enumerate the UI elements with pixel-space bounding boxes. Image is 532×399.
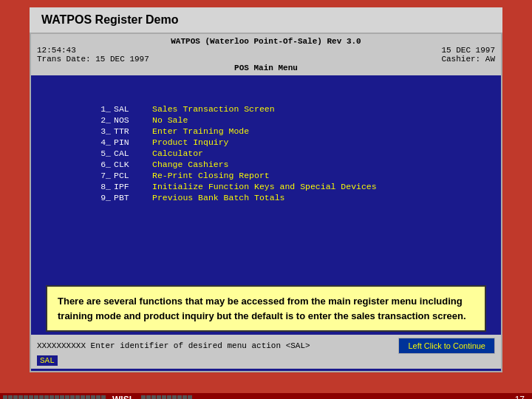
- bar-seg-30: [188, 395, 192, 399]
- bar-seg-23: [151, 395, 156, 399]
- bottom-bar: WISL 17: [0, 393, 532, 399]
- tooltip-box: There are several functions that may be …: [46, 285, 486, 332]
- bar-seg-4: [18, 395, 23, 399]
- blue-content: 1_SALSales Transaction Screen2_NOSNo Sal…: [31, 75, 501, 282]
- bar-seg-12: [60, 395, 64, 399]
- bar-seg-16: [81, 395, 85, 399]
- input-prompt: XXXXXXXXXX Enter identifier of desired m…: [37, 341, 310, 350]
- menu-item-row: 9_PBTPrevious Bank Batch Totals: [89, 193, 443, 202]
- menu-item-row: 4_PINProduct Inquiry: [89, 137, 443, 147]
- menu-item-num: 6_: [89, 160, 111, 169]
- menu-item-row: 6_CLKChange Cashiers: [89, 160, 443, 169]
- menu-item-desc: Calculator: [152, 149, 203, 158]
- date-display: 15 DEC 1997: [441, 46, 495, 55]
- bar-seg-24: [157, 395, 161, 399]
- tooltip-text: There are several functions that may be …: [58, 296, 466, 321]
- menu-item-row: 1_SALSales Transaction Screen: [89, 104, 443, 114]
- menu-item-num: 3_: [89, 126, 111, 136]
- bottom-input-line: XXXXXXXXXX Enter identifier of desired m…: [37, 338, 495, 354]
- menu-item-code: PBT: [114, 193, 143, 202]
- bottom-area: XXXXXXXXXX Enter identifier of desired m…: [31, 335, 501, 369]
- menu-item-num: 7_: [89, 171, 111, 180]
- bar-seg-22: [146, 395, 151, 399]
- outer-wrapper: WATPOS Register Demo WATPOS (Waterloo Po…: [0, 7, 532, 399]
- bar-seg-10: [50, 395, 54, 399]
- wisl-label: WISL: [112, 395, 134, 399]
- bar-seg-17: [86, 395, 90, 399]
- header-row-2: Trans Date: 15 DEC 1997 Cashier: AW: [37, 55, 495, 64]
- menu-item-num: 5_: [89, 149, 111, 158]
- header-row-1: 12:54:43 15 DEC 1997: [37, 46, 495, 55]
- bar-seg-29: [183, 395, 187, 399]
- menu-item-num: 1_: [89, 104, 111, 114]
- menu-item-desc: Enter Training Mode: [152, 126, 249, 136]
- menu-item-code: PCL: [114, 171, 143, 180]
- menu-item-num: 4_: [89, 137, 111, 147]
- page-number: 17: [515, 395, 525, 399]
- menu-item-row: 2_NOSNo Sale: [89, 115, 443, 125]
- menu-item-desc: Sales Transaction Screen: [152, 104, 275, 114]
- menu-item-num: 8_: [89, 182, 111, 191]
- bar-seg-20: [101, 395, 106, 399]
- menu-item-code: CAL: [114, 149, 143, 158]
- menu-item-code: NOS: [114, 115, 143, 125]
- menu-item-code: TTR: [114, 126, 143, 136]
- menu-item-row: 5_CALCalculator: [89, 149, 443, 158]
- continue-button[interactable]: Left Click to Continue: [398, 338, 495, 354]
- menu-item-code: IPF: [114, 182, 143, 191]
- bar-seg-27: [172, 395, 177, 399]
- menu-item-code: PIN: [114, 137, 143, 147]
- bar-seg-7: [34, 395, 38, 399]
- bar-seg-18: [91, 395, 95, 399]
- bar-seg-3: [13, 395, 18, 399]
- app-title: WATPOS Register Demo: [41, 13, 179, 26]
- menu-item-desc: No Sale: [152, 115, 188, 125]
- bar-seg-15: [75, 395, 80, 399]
- menu-item-desc: Initialize Function Keys and Special Dev…: [152, 182, 377, 191]
- menu-item-row: 8_IPFInitialize Function Keys and Specia…: [89, 182, 443, 191]
- bar-seg-6: [29, 395, 33, 399]
- bar-seg-1: [3, 395, 7, 399]
- cashier-info: Cashier: AW: [441, 55, 495, 64]
- bar-seg-5: [24, 395, 28, 399]
- bar-seg-25: [162, 395, 166, 399]
- trans-date: Trans Date: 15 DEC 1997: [37, 55, 149, 64]
- header-strip: WATPOS (Waterloo Point-Of-Sale) Rev 3.0 …: [31, 34, 501, 75]
- bar-seg-28: [177, 395, 182, 399]
- menu-item-code: CLK: [114, 160, 143, 169]
- time-display: 12:54:43: [37, 46, 76, 55]
- bar-seg-2: [8, 395, 13, 399]
- bar-seg-8: [39, 395, 44, 399]
- menu-item-num: 9_: [89, 193, 111, 202]
- main-panel: WATPOS (Waterloo Point-Of-Sale) Rev 3.0 …: [30, 33, 502, 372]
- bar-seg-11: [55, 395, 59, 399]
- sal-badge: SAL: [37, 355, 58, 366]
- menu-title: POS Main Menu: [37, 64, 495, 72]
- bar-segments: WISL 17: [0, 395, 532, 399]
- sal-value-row: SAL: [37, 354, 495, 366]
- menu-item-desc: Change Cashiers: [152, 160, 229, 169]
- bar-seg-26: [167, 395, 171, 399]
- menu-item-code: SAL: [114, 104, 143, 114]
- bar-seg-19: [96, 395, 100, 399]
- bar-seg-9: [44, 395, 49, 399]
- app-title-line: WATPOS (Waterloo Point-Of-Sale) Rev 3.0: [37, 37, 495, 46]
- menu-item-desc: Re-Print Closing Report: [152, 171, 270, 180]
- menu-item-desc: Previous Bank Batch Totals: [152, 193, 284, 202]
- menu-item-row: 7_PCLRe-Print Closing Report: [89, 171, 443, 180]
- menu-item-num: 2_: [89, 115, 111, 125]
- bar-seg-21: [141, 395, 146, 399]
- title-bar: WATPOS Register Demo: [30, 7, 502, 33]
- bar-seg-13: [65, 395, 69, 399]
- app-full-title: WATPOS (Waterloo Point-Of-Sale) Rev 3.0: [171, 37, 361, 46]
- menu-item-row: 3_TTREnter Training Mode: [89, 126, 443, 136]
- menu-item-desc: Product Inquiry: [152, 137, 229, 147]
- menu-items-area: 1_SALSales Transaction Screen2_NOSNo Sal…: [31, 81, 501, 211]
- bar-seg-14: [70, 395, 75, 399]
